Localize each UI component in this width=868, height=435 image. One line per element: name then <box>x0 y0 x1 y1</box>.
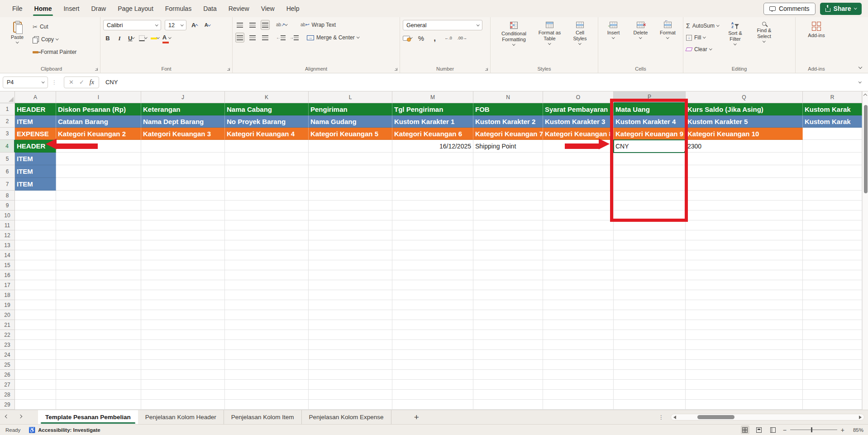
cell-O17[interactable] <box>543 280 614 290</box>
menu-tab-file[interactable]: File <box>6 0 29 17</box>
zoom-in-button[interactable]: + <box>841 426 844 434</box>
increase-decimal-button[interactable]: ←.0 <box>444 33 453 43</box>
cell-K21[interactable] <box>225 320 309 330</box>
scroll-right-icon[interactable] <box>859 416 862 419</box>
cell-J1[interactable]: Keterangan <box>141 103 225 115</box>
cell-J27[interactable] <box>141 380 225 390</box>
cell-J29[interactable] <box>141 400 225 410</box>
cell-L29[interactable] <box>309 400 392 410</box>
cell-L12[interactable] <box>309 230 392 240</box>
cell-P24[interactable] <box>614 350 686 360</box>
cell-L19[interactable] <box>309 300 392 310</box>
cell-J25[interactable] <box>141 360 225 370</box>
cell-N19[interactable] <box>473 300 543 310</box>
row-header-7[interactable]: 7 <box>0 178 15 191</box>
cell-O9[interactable] <box>543 201 614 210</box>
cell-O27[interactable] <box>543 380 614 390</box>
cell-N16[interactable] <box>473 270 543 280</box>
cell-I12[interactable] <box>56 230 141 240</box>
cell-R10[interactable] <box>803 210 862 220</box>
cell-O1[interactable]: Syarat Pembayaran <box>543 103 614 115</box>
row-header-2[interactable]: 2 <box>0 115 15 128</box>
cell-M24[interactable] <box>392 350 473 360</box>
row-header-19[interactable]: 19 <box>0 300 15 310</box>
menu-tab-home[interactable]: Home <box>29 0 58 17</box>
cell-N29[interactable] <box>473 400 543 410</box>
cell-O12[interactable] <box>543 230 614 240</box>
normal-view-button[interactable] <box>741 425 749 434</box>
cell-J15[interactable] <box>141 260 225 270</box>
cell-M29[interactable] <box>392 400 473 410</box>
cell-K20[interactable] <box>225 310 309 320</box>
fill-color-button[interactable] <box>150 33 159 43</box>
cell-K28[interactable] <box>225 390 309 400</box>
insert-function-button[interactable]: fx <box>90 79 94 86</box>
cell-J21[interactable] <box>141 320 225 330</box>
cell-Q29[interactable] <box>686 400 803 410</box>
decrease-indent-button[interactable]: ← <box>276 33 286 43</box>
cell-I23[interactable] <box>56 340 141 350</box>
row-header-20[interactable]: 20 <box>0 310 15 320</box>
cell-P5[interactable] <box>614 153 686 165</box>
cell-Q20[interactable] <box>686 310 803 320</box>
italic-button[interactable]: I <box>115 33 124 43</box>
cell-K24[interactable] <box>225 350 309 360</box>
cell-Q21[interactable] <box>686 320 803 330</box>
paste-button[interactable]: Paste <box>5 20 29 45</box>
merge-center-button[interactable]: ↔ Merge & Center <box>307 33 359 43</box>
cell-O15[interactable] <box>543 260 614 270</box>
cell-L14[interactable] <box>309 250 392 260</box>
cell-Q22[interactable] <box>686 330 803 340</box>
cell-Q12[interactable] <box>686 230 803 240</box>
format-cells-button[interactable]: ⌐ Format <box>656 20 680 40</box>
cell-P10[interactable] <box>614 210 686 220</box>
menu-tab-formulas[interactable]: Formulas <box>159 0 197 17</box>
cell-I27[interactable] <box>56 380 141 390</box>
cell-K15[interactable] <box>225 260 309 270</box>
cancel-formula-button[interactable]: ✕ <box>69 79 74 86</box>
cell-Q24[interactable] <box>686 350 803 360</box>
cell-O11[interactable] <box>543 220 614 230</box>
cell-I8[interactable] <box>56 191 141 201</box>
cell-R8[interactable] <box>803 191 862 201</box>
row-header-8[interactable]: 8 <box>0 191 15 201</box>
cell-R16[interactable] <box>803 270 862 280</box>
cell-J3[interactable]: Kategori Keuangan 3 <box>141 128 225 140</box>
alignment-dialog-launcher[interactable] <box>394 67 398 71</box>
cell-J16[interactable] <box>141 270 225 280</box>
row-header-5[interactable]: 5 <box>0 153 15 165</box>
copy-button[interactable]: Copy <box>33 34 76 44</box>
cell-K25[interactable] <box>225 360 309 370</box>
cell-N23[interactable] <box>473 340 543 350</box>
cell-M3[interactable]: Kategori Keuangan 6 <box>392 128 473 140</box>
page-break-view-button[interactable] <box>769 425 777 434</box>
cell-M21[interactable] <box>392 320 473 330</box>
sheet-tab-penjelasan-kolom-header[interactable]: Penjelasan Kolom Header <box>138 410 224 425</box>
cell-Q16[interactable] <box>686 270 803 280</box>
cell-P1[interactable]: Mata Uang <box>614 103 686 115</box>
cell-O4[interactable] <box>543 140 614 153</box>
row-header-23[interactable]: 23 <box>0 340 15 350</box>
cell-K7[interactable] <box>225 178 309 191</box>
cell-Q14[interactable] <box>686 250 803 260</box>
grow-font-button[interactable]: A <box>190 20 199 30</box>
percent-style-button[interactable]: % <box>417 33 426 43</box>
scroll-up-icon[interactable] <box>863 94 867 97</box>
zoom-slider-thumb[interactable] <box>811 427 813 432</box>
cell-N3[interactable]: Kategori Keuangan 7 <box>473 128 543 140</box>
cell-P13[interactable] <box>614 240 686 250</box>
cell-N9[interactable] <box>473 201 543 210</box>
cell-M27[interactable] <box>392 380 473 390</box>
cell-K2[interactable]: No Proyek Barang <box>225 115 309 128</box>
cell-I21[interactable] <box>56 320 141 330</box>
cell-K14[interactable] <box>225 250 309 260</box>
cell-R9[interactable] <box>803 201 862 210</box>
cell-M10[interactable] <box>392 210 473 220</box>
zoom-out-button[interactable]: − <box>783 426 787 434</box>
row-header-29[interactable]: 29 <box>0 400 15 410</box>
font-name-select[interactable]: Calibri <box>103 20 161 30</box>
share-button[interactable]: Share <box>820 3 862 15</box>
cell-O2[interactable]: Kustom Karakter 3 <box>543 115 614 128</box>
cell-M22[interactable] <box>392 330 473 340</box>
cell-I5[interactable] <box>56 153 141 165</box>
